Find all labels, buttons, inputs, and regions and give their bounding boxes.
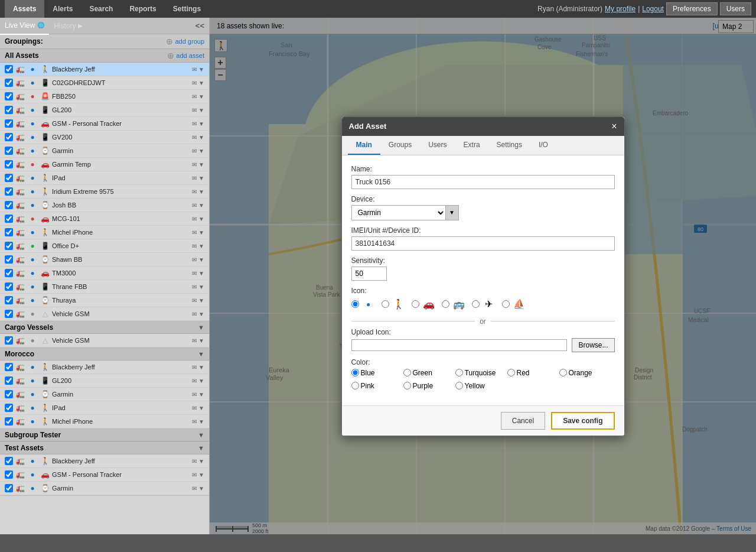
asset-expand-btn[interactable]: ▼ — [198, 364, 204, 371]
asset-checkbox[interactable] — [5, 228, 13, 236]
asset-expand-btn[interactable]: ▼ — [198, 256, 204, 263]
asset-mail-btn[interactable]: ✉ — [192, 458, 197, 465]
users-button[interactable]: Users — [720, 2, 751, 15]
color-option-purple[interactable]: Purple — [403, 382, 451, 390]
asset-mail-btn[interactable]: ✉ — [192, 189, 197, 195]
asset-row[interactable]: 🚛 ● 📱 C02GDHREDJWT ✉ ▼ — [0, 76, 209, 90]
asset-row[interactable]: 🚛 ● 🚨 FBB250 ✉ ▼ — [0, 90, 209, 103]
nav-tab-reports[interactable]: Reports — [121, 0, 164, 18]
asset-expand-btn[interactable]: ▼ — [198, 93, 204, 100]
browse-button[interactable]: Browse... — [572, 338, 614, 352]
icon-radio-boat[interactable] — [502, 300, 510, 308]
asset-checkbox[interactable] — [5, 174, 13, 182]
asset-mail-btn[interactable]: ✉ — [192, 107, 197, 113]
asset-row[interactable]: 🚛 ● 🚗 GSM - Personal Tracker ✉ ▼ — [0, 117, 209, 131]
color-option-yellow[interactable]: Yellow — [455, 382, 503, 390]
asset-mail-btn[interactable]: ✉ — [192, 229, 197, 236]
asset-row[interactable]: 🚛 ● 🚗 MCG-101 ✉ ▼ — [0, 212, 209, 226]
device-select-arrow[interactable]: ▼ — [446, 205, 459, 220]
asset-checkbox[interactable] — [5, 242, 13, 250]
asset-mail-btn[interactable]: ✉ — [192, 66, 197, 73]
color-radio-blue[interactable] — [351, 369, 359, 376]
cargo-vessels-collapse-btn[interactable]: ▼ — [198, 324, 204, 331]
asset-checkbox[interactable] — [5, 390, 13, 398]
device-select[interactable]: Garmin iTrack GSM Iridium — [351, 205, 446, 220]
asset-checkbox[interactable] — [5, 404, 13, 412]
asset-row[interactable]: 🚛 ● 🚶 Michel iPhone ✉ ▼ — [0, 415, 209, 428]
color-radio-red[interactable] — [507, 369, 515, 376]
asset-expand-btn[interactable]: ▼ — [198, 270, 204, 277]
asset-expand-btn[interactable]: ▼ — [198, 311, 204, 317]
color-radio-purple[interactable] — [403, 382, 411, 389]
asset-checkbox[interactable] — [5, 484, 13, 492]
asset-mail-btn[interactable]: ✉ — [192, 243, 197, 249]
color-radio-green[interactable] — [403, 369, 411, 376]
asset-expand-btn[interactable]: ▼ — [198, 80, 204, 86]
asset-checkbox[interactable] — [5, 160, 13, 168]
imei-input[interactable] — [351, 236, 615, 251]
asset-expand-btn[interactable]: ▼ — [198, 485, 204, 492]
nav-tab-settings[interactable]: Settings — [165, 0, 209, 18]
asset-mail-btn[interactable]: ✉ — [192, 472, 197, 478]
logout-link[interactable]: Logout — [642, 5, 664, 13]
asset-mail-btn[interactable]: ✉ — [192, 284, 197, 290]
asset-row[interactable]: 🚛 ● 🚗 GSM - Personal Tracker ✉ ▼ — [0, 468, 209, 482]
asset-checkbox[interactable] — [5, 65, 13, 73]
asset-mail-btn[interactable]: ✉ — [192, 297, 197, 304]
asset-expand-btn[interactable]: ▼ — [198, 472, 204, 478]
asset-expand-btn[interactable]: ▼ — [198, 66, 204, 73]
asset-row[interactable]: 🚛 ● 🚶 Michel iPhone ✉ ▼ — [0, 226, 209, 239]
asset-checkbox[interactable] — [5, 457, 13, 465]
asset-mail-btn[interactable]: ✉ — [192, 161, 197, 168]
icon-radio-bus[interactable] — [442, 300, 449, 308]
test-assets-collapse-btn[interactable]: ▼ — [198, 444, 204, 452]
asset-checkbox[interactable] — [5, 147, 13, 155]
asset-mail-btn[interactable]: ✉ — [192, 216, 197, 222]
asset-expand-btn[interactable]: ▼ — [198, 216, 204, 222]
color-radio-pink[interactable] — [351, 382, 359, 389]
asset-checkbox[interactable] — [5, 201, 13, 209]
nav-tab-search[interactable]: Search — [81, 0, 121, 18]
asset-checkbox[interactable] — [5, 296, 13, 304]
color-option-orange[interactable]: Orange — [559, 369, 607, 377]
subgroup-tester-collapse-btn[interactable]: ▼ — [198, 431, 204, 439]
asset-mail-btn[interactable]: ✉ — [192, 80, 197, 86]
modal-tab-users[interactable]: Users — [420, 136, 455, 155]
color-option-blue[interactable]: Blue — [351, 369, 399, 377]
asset-expand-btn[interactable]: ▼ — [198, 202, 204, 209]
asset-checkbox[interactable] — [5, 106, 13, 114]
upload-icon-input[interactable] — [351, 339, 568, 351]
asset-expand-btn[interactable]: ▼ — [198, 405, 204, 411]
name-input[interactable] — [351, 175, 615, 189]
icon-radio-car[interactable] — [412, 300, 419, 308]
asset-checkbox[interactable] — [5, 363, 13, 371]
asset-checkbox[interactable] — [5, 79, 13, 87]
asset-expand-btn[interactable]: ▼ — [198, 418, 204, 425]
asset-mail-btn[interactable]: ✉ — [192, 256, 197, 263]
nav-tab-alerts[interactable]: Alerts — [44, 0, 81, 18]
modal-tab-io[interactable]: I/O — [530, 136, 556, 155]
color-option-green[interactable]: Green — [403, 369, 451, 377]
modal-tab-settings[interactable]: Settings — [488, 136, 530, 155]
asset-row[interactable]: 🚛 ● 🚗 Garmin Temp ✉ ▼ — [0, 158, 209, 171]
icon-option-car[interactable]: 🚗 — [412, 297, 436, 311]
icon-option-bus[interactable]: 🚌 — [442, 297, 466, 311]
asset-row[interactable]: 🚛 ● ⌚ Garmin ✉ ▼ — [0, 388, 209, 401]
asset-row[interactable]: 🚛 ● 🚶 IPad ✉ ▼ — [0, 401, 209, 415]
icon-option-person[interactable]: 🚶 — [382, 297, 406, 311]
collapse-sidebar-btn[interactable]: << — [195, 21, 209, 30]
preferences-button[interactable]: Preferences — [666, 2, 718, 15]
cancel-button[interactable]: Cancel — [501, 412, 545, 430]
modal-tab-extra[interactable]: Extra — [455, 136, 488, 155]
asset-mail-btn[interactable]: ✉ — [192, 337, 197, 344]
modal-tab-main[interactable]: Main — [348, 136, 380, 155]
icon-option-dot[interactable]: ● — [351, 297, 376, 311]
asset-checkbox[interactable] — [5, 376, 13, 385]
asset-row[interactable]: 🚛 ● 📱 Thrane FBB ✉ ▼ — [0, 280, 209, 294]
asset-row[interactable]: 🚛 ● ⌚ Josh BB ✉ ▼ — [0, 199, 209, 212]
morocco-header[interactable]: Morocco ▼ — [0, 348, 209, 361]
asset-row[interactable]: 🚛 ● ⌚ Shawn BB ✉ ▼ — [0, 253, 209, 267]
modal-tab-groups[interactable]: Groups — [380, 136, 420, 155]
asset-mail-btn[interactable]: ✉ — [192, 134, 197, 141]
asset-checkbox[interactable] — [5, 269, 13, 277]
